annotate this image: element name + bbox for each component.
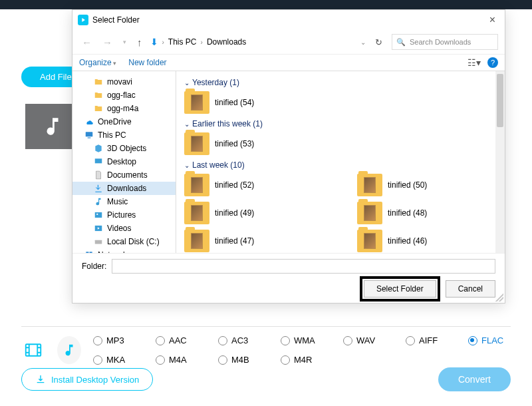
folder-item[interactable]: tinified (53) bbox=[184, 132, 317, 155]
dialog-title-bar: Select Folder × bbox=[72, 10, 505, 30]
folder-icon bbox=[94, 77, 103, 87]
chevron-right-icon: › bbox=[201, 39, 203, 46]
download-icon bbox=[35, 374, 46, 385]
resize-handle[interactable] bbox=[495, 294, 503, 302]
audio-icon[interactable] bbox=[57, 336, 81, 364]
folder-input[interactable] bbox=[112, 259, 495, 274]
tree-node-network[interactable]: Network bbox=[72, 248, 176, 253]
folder-tree[interactable]: movaviogg-flacogg-m4aOneDriveThis PC3D O… bbox=[72, 71, 176, 253]
format-radio-wma[interactable]: WMA bbox=[281, 335, 323, 345]
tree-node-movavi[interactable]: movavi bbox=[72, 75, 176, 89]
bottom-row: Install Desktop Version Convert bbox=[21, 367, 511, 391]
recent-dropdown[interactable]: ▾ bbox=[120, 37, 129, 47]
folder-item[interactable]: tinified (52) bbox=[184, 174, 317, 196]
folder-icon bbox=[357, 202, 382, 224]
tree-node-downloads[interactable]: Downloads bbox=[72, 182, 176, 195]
tree-node-videos[interactable]: Videos bbox=[72, 222, 176, 235]
scroll-thumb[interactable] bbox=[497, 74, 503, 127]
breadcrumb-item[interactable]: Downloads bbox=[207, 37, 246, 47]
folder-item[interactable]: tinified (50) bbox=[357, 174, 490, 196]
format-radio-aiff[interactable]: AIFF bbox=[406, 335, 448, 345]
convert-button[interactable]: Convert bbox=[438, 367, 511, 391]
folder-item[interactable]: tinified (47) bbox=[184, 230, 317, 252]
tree-node-music[interactable]: Music bbox=[72, 195, 176, 208]
folder-icon bbox=[94, 91, 103, 100]
group-header[interactable]: ⌄Last week (10) bbox=[184, 160, 497, 170]
format-radio-ac3[interactable]: AC3 bbox=[218, 335, 261, 345]
breadcrumb-item[interactable]: This PC bbox=[168, 37, 197, 47]
select-folder-button[interactable]: Select Folder bbox=[364, 280, 436, 298]
up-button[interactable]: ↑ bbox=[134, 35, 145, 49]
folder-item[interactable]: tinified (46) bbox=[357, 230, 490, 252]
tree-node-desktop[interactable]: Desktop bbox=[72, 155, 176, 168]
group: ⌄Earlier this week (1)tinified (53) bbox=[184, 119, 497, 155]
folder-icon bbox=[184, 230, 209, 252]
svg-point-4 bbox=[96, 214, 98, 215]
view-options-button[interactable]: ☷▾ bbox=[467, 57, 481, 68]
new-folder-button[interactable]: New folder bbox=[128, 58, 166, 67]
back-button[interactable]: ← bbox=[79, 35, 94, 49]
folder-item[interactable]: tinified (54) bbox=[184, 91, 317, 114]
format-radio-m4r[interactable]: M4R bbox=[281, 355, 323, 365]
tree-node-onedrive[interactable]: OneDrive bbox=[72, 115, 176, 128]
format-radio-mka[interactable]: MKA bbox=[93, 355, 136, 365]
scrollbar[interactable] bbox=[495, 71, 505, 253]
chevron-down-icon: ⌄ bbox=[184, 162, 190, 169]
tree-node-this-pc[interactable]: This PC bbox=[72, 128, 176, 142]
chevron-down-icon[interactable]: ⌄ bbox=[360, 39, 366, 46]
forward-button[interactable]: → bbox=[100, 35, 115, 49]
format-options: MP3AACAC3WMAWAVAIFFFLAC MKAM4AM4BM4R bbox=[93, 335, 511, 365]
tree-node-ogg-flac[interactable]: ogg-flac bbox=[72, 89, 176, 102]
search-icon: 🔍 bbox=[396, 38, 406, 47]
folder-icon bbox=[184, 174, 209, 196]
pc-icon bbox=[84, 130, 94, 140]
organize-menu[interactable]: Organize bbox=[79, 58, 116, 67]
tree-node-ogg-m4a[interactable]: ogg-m4a bbox=[72, 102, 176, 115]
format-radio-aac[interactable]: AAC bbox=[156, 335, 198, 345]
svg-rect-3 bbox=[95, 212, 102, 218]
folder-item[interactable]: tinified (48) bbox=[357, 202, 490, 224]
svg-rect-2 bbox=[95, 158, 102, 163]
folder-icon bbox=[184, 202, 209, 224]
downloads-icon: ⬇ bbox=[150, 37, 158, 47]
music-icon bbox=[94, 197, 103, 206]
select-folder-dialog: Select Folder × ← → ▾ ↑ ⬇ › This PC › Do… bbox=[72, 9, 505, 304]
tree-node-pictures[interactable]: Pictures bbox=[72, 208, 176, 222]
refresh-button[interactable]: ↻ bbox=[371, 36, 386, 49]
dialog-title: Select Folder bbox=[92, 15, 140, 25]
group-header[interactable]: ⌄Yesterday (1) bbox=[184, 78, 497, 87]
breadcrumb[interactable]: ⬇ › This PC › Downloads ⌄ bbox=[150, 37, 366, 47]
divider bbox=[21, 326, 511, 327]
folder-icon bbox=[357, 174, 382, 196]
folder-icon bbox=[184, 132, 209, 155]
folder-content[interactable]: ⌄Yesterday (1)tinified (54)⌄Earlier this… bbox=[176, 71, 505, 253]
install-label: Install Desktop Version bbox=[51, 375, 139, 385]
format-radio-mp3[interactable]: MP3 bbox=[93, 335, 136, 345]
disk-icon bbox=[94, 237, 103, 246]
tree-node-3d-objects[interactable]: 3D Objects bbox=[72, 142, 176, 155]
group: ⌄Last week (10)tinified (52)tinified (50… bbox=[184, 160, 497, 252]
install-desktop-button[interactable]: Install Desktop Version bbox=[21, 368, 153, 391]
format-radio-wav[interactable]: WAV bbox=[343, 335, 386, 345]
tree-node-local-disk-c-[interactable]: Local Disk (C:) bbox=[72, 235, 176, 248]
chevron-right-icon: › bbox=[162, 39, 164, 46]
search-input[interactable]: 🔍 Search Downloads bbox=[392, 34, 498, 50]
toolbar: Organize New folder ☷▾ ? bbox=[72, 55, 505, 71]
folder-item[interactable]: tinified (49) bbox=[184, 202, 317, 224]
svg-rect-6 bbox=[95, 240, 102, 244]
group-header[interactable]: ⌄Earlier this week (1) bbox=[184, 119, 497, 128]
format-radio-flac[interactable]: FLAC bbox=[468, 335, 511, 345]
dialog-footer: Folder: Select Folder Cancel bbox=[72, 253, 505, 303]
format-radio-m4a[interactable]: M4A bbox=[156, 355, 198, 365]
cancel-button[interactable]: Cancel bbox=[446, 280, 495, 298]
help-icon[interactable]: ? bbox=[487, 57, 498, 68]
close-icon[interactable]: × bbox=[485, 14, 499, 26]
app-icon bbox=[78, 15, 88, 25]
videos-icon bbox=[94, 224, 103, 233]
chevron-down-icon: ⌄ bbox=[184, 79, 190, 87]
format-radio-m4b[interactable]: M4B bbox=[218, 355, 261, 365]
desktop-icon bbox=[94, 157, 103, 166]
folder-label: Folder: bbox=[82, 262, 106, 271]
video-icon[interactable] bbox=[21, 336, 45, 364]
tree-node-documents[interactable]: Documents bbox=[72, 168, 176, 182]
